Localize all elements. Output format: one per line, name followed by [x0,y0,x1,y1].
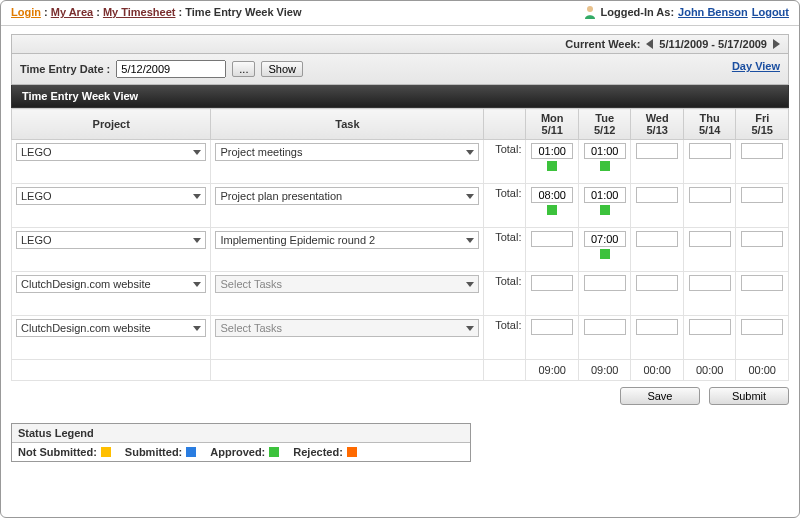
time-cell-input[interactable] [689,187,731,203]
project-dropdown[interactable]: ClutchDesign.com website [16,275,206,293]
task-dropdown[interactable]: Select Tasks [215,319,479,337]
timesheet-table: Project Task Mon5/11 Tue5/12 Wed5/13 Thu… [11,108,789,381]
col-project: Project [12,109,211,140]
time-cell-input[interactable] [636,275,678,291]
time-cell-input[interactable] [741,231,783,247]
project-dropdown[interactable]: LEGO [16,231,206,249]
topbar: Login : My Area : My Timesheet : Time En… [1,1,799,26]
user-name-link[interactable]: John Benson [678,6,748,18]
task-dropdown[interactable]: Project meetings [215,143,479,161]
time-cell-input[interactable] [584,275,626,291]
col-day-1: Tue5/12 [578,109,630,140]
time-cell-input[interactable] [636,231,678,247]
chevron-down-icon [466,326,474,331]
row-total-label: Total: [484,140,526,184]
legend-not-submitted-label: Not Submitted: [18,446,97,458]
col-day-0: Mon5/11 [526,109,578,140]
legend-submitted-label: Submitted: [125,446,182,458]
chevron-down-icon [193,150,201,155]
time-cell-input[interactable] [636,187,678,203]
status-indicator-icon [600,161,610,171]
breadcrumb-my-area[interactable]: My Area [51,6,93,18]
status-indicator-icon [600,249,610,259]
time-entry-date-label: Time Entry Date : [20,63,110,75]
chevron-down-icon [193,194,201,199]
time-cell-input[interactable] [531,319,573,335]
day-view-link[interactable]: Day View [732,60,780,72]
date-bar: Time Entry Date : ... Show Day View [11,54,789,85]
legend-rejected-label: Rejected: [293,446,343,458]
chevron-down-icon [193,326,201,331]
time-cell-input[interactable] [531,231,573,247]
chevron-down-icon [466,150,474,155]
col-day-2: Wed5/13 [631,109,683,140]
save-button[interactable]: Save [620,387,700,405]
breadcrumb-current: Time Entry Week View [185,6,301,18]
time-cell-input[interactable] [689,143,731,159]
svg-point-0 [587,6,593,12]
current-week-range: 5/11/2009 - 5/17/2009 [659,38,767,50]
time-cell-input[interactable] [636,319,678,335]
chevron-down-icon [466,282,474,287]
day-total-1: 09:00 [578,360,630,381]
chevron-down-icon [193,282,201,287]
chevron-down-icon [466,194,474,199]
logged-in-label: Logged-In As: [601,6,675,18]
row-total-label: Total: [484,228,526,272]
next-week-icon[interactable] [773,39,780,49]
project-dropdown[interactable]: LEGO [16,187,206,205]
task-dropdown[interactable]: Implementing Epidemic round 2 [215,231,479,249]
footer-actions: Save Submit [11,381,789,417]
col-day-4: Fri5/15 [736,109,789,140]
time-cell-input[interactable] [636,143,678,159]
day-total-2: 00:00 [631,360,683,381]
status-legend: Status Legend Not Submitted: Submitted: … [11,423,471,462]
time-cell-input[interactable] [531,187,573,203]
day-total-3: 00:00 [683,360,735,381]
prev-week-icon[interactable] [646,39,653,49]
col-day-3: Thu5/14 [683,109,735,140]
time-cell-input[interactable] [531,275,573,291]
time-cell-input[interactable] [689,319,731,335]
time-cell-input[interactable] [741,319,783,335]
chevron-down-icon [193,238,201,243]
breadcrumb-login[interactable]: Login [11,6,41,18]
time-cell-input[interactable] [584,231,626,247]
status-indicator-icon [600,205,610,215]
task-dropdown[interactable]: Project plan presentation [215,187,479,205]
logout-link[interactable]: Logout [752,6,789,18]
time-cell-input[interactable] [689,231,731,247]
breadcrumb: Login : My Area : My Timesheet : Time En… [11,6,301,18]
show-button[interactable]: Show [261,61,303,77]
legend-submitted-icon [186,447,196,457]
project-dropdown[interactable]: ClutchDesign.com website [16,319,206,337]
date-browse-button[interactable]: ... [232,61,255,77]
day-total-4: 00:00 [736,360,789,381]
legend-approved-label: Approved: [210,446,265,458]
current-week-bar: Current Week: 5/11/2009 - 5/17/2009 [11,34,789,54]
time-cell-input[interactable] [689,275,731,291]
breadcrumb-my-timesheet[interactable]: My Timesheet [103,6,176,18]
current-week-label: Current Week: [565,38,640,50]
time-cell-input[interactable] [584,187,626,203]
time-cell-input[interactable] [741,275,783,291]
legend-title: Status Legend [12,424,470,443]
time-cell-input[interactable] [584,143,626,159]
time-entry-date-input[interactable] [116,60,226,78]
time-cell-input[interactable] [741,187,783,203]
row-total-label: Total: [484,316,526,360]
task-dropdown[interactable]: Select Tasks [215,275,479,293]
user-box: Logged-In As: John Benson Logout [583,5,789,19]
chevron-down-icon [466,238,474,243]
section-header: Time Entry Week View [11,85,789,108]
time-cell-input[interactable] [584,319,626,335]
legend-rejected-icon [347,447,357,457]
user-icon [583,5,597,19]
row-total-label: Total: [484,272,526,316]
day-total-0: 09:00 [526,360,578,381]
time-cell-input[interactable] [531,143,573,159]
time-cell-input[interactable] [741,143,783,159]
project-dropdown[interactable]: LEGO [16,143,206,161]
col-task: Task [211,109,484,140]
submit-button[interactable]: Submit [709,387,789,405]
